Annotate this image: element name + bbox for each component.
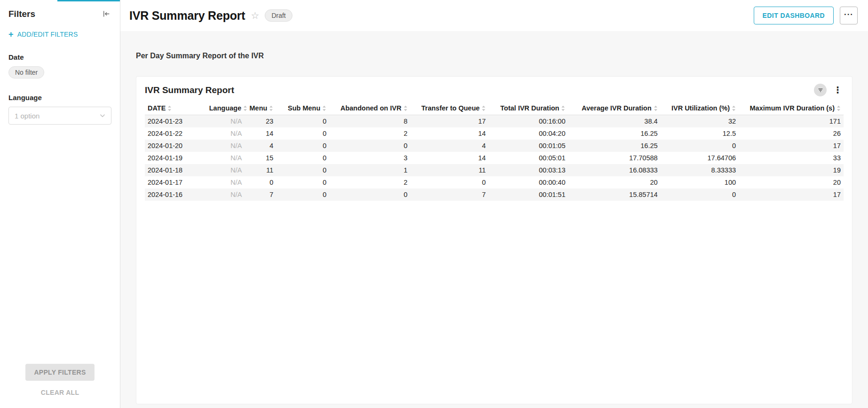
- table-cell: 4: [245, 140, 276, 152]
- table-cell: 26: [739, 127, 844, 140]
- table-cell: 0: [661, 188, 739, 201]
- sort-icon: [561, 105, 565, 111]
- column-header-abandoned-on-ivr[interactable]: Abandoned on IVR: [329, 102, 410, 115]
- sort-icon: [403, 105, 408, 111]
- table-cell: 00:01:51: [489, 188, 568, 201]
- column-header-transfer-to-queue[interactable]: Transfer to Queue: [410, 102, 489, 115]
- date-filter-section: Date No filter: [0, 53, 120, 78]
- page-title: IVR Summary Report: [129, 9, 245, 23]
- table-row: 2024-01-18N/A11011100:03:1316.083338.333…: [145, 164, 844, 176]
- table-head: DATELanguageMenuSub MenuAbandoned on IVR…: [145, 102, 844, 115]
- table-cell: 0: [276, 127, 329, 140]
- table-cell: 1: [329, 164, 410, 176]
- table-cell: 2024-01-20: [145, 140, 206, 152]
- column-label: Average IVR Duration: [582, 104, 652, 112]
- dashboard-header: IVR Summary Report ☆ Draft EDIT DASHBOAR…: [120, 0, 868, 31]
- plus-icon: +: [8, 31, 14, 38]
- clear-all-button[interactable]: CLEAR ALL: [38, 388, 82, 397]
- filters-header: Filters: [0, 0, 120, 19]
- column-label: Total IVR Duration: [500, 104, 559, 112]
- table-cell: 0: [245, 176, 276, 188]
- more-options-button[interactable]: ···: [840, 7, 858, 24]
- table-cell: 00:00:40: [489, 176, 568, 188]
- table-cell: 33: [739, 152, 844, 164]
- column-header-average-ivr-duration[interactable]: Average IVR Duration: [568, 102, 660, 115]
- table-cell: 00:03:13: [489, 164, 568, 176]
- table-cell: 2: [329, 176, 410, 188]
- language-select-value: 1 option: [15, 112, 39, 120]
- dashboard-content: Per Day Summary Report of the IVR IVR Su…: [120, 31, 868, 408]
- table-cell: 00:05:01: [489, 152, 568, 164]
- markdown-text: Per Day Summary Report of the IVR: [136, 52, 852, 60]
- table-cell: 12.5: [661, 127, 739, 140]
- date-filter-label: Date: [8, 53, 111, 61]
- table-cell: N/A: [206, 115, 245, 128]
- filters-footer: APPLY FILTERS CLEAR ALL: [0, 364, 120, 408]
- title-group: IVR Summary Report ☆ Draft: [129, 9, 292, 23]
- date-filter-chip[interactable]: No filter: [8, 66, 44, 78]
- favorite-star-icon[interactable]: ☆: [251, 11, 259, 20]
- sort-icon: [654, 105, 658, 111]
- language-filter-select[interactable]: 1 option: [8, 107, 111, 125]
- table-cell: 17.64706: [661, 152, 739, 164]
- language-filter-label: Language: [8, 94, 111, 102]
- table-cell: 00:16:00: [489, 115, 568, 128]
- table-cell: 23: [245, 115, 276, 128]
- status-badge: Draft: [265, 9, 292, 22]
- table-cell: 0: [276, 164, 329, 176]
- table-cell: 17.70588: [568, 152, 660, 164]
- table-cell: 7: [245, 188, 276, 201]
- ivr-table: DATELanguageMenuSub MenuAbandoned on IVR…: [145, 102, 844, 201]
- table-cell: 0: [276, 115, 329, 128]
- collapse-filters-button[interactable]: [101, 8, 111, 19]
- column-header-ivr-utilization[interactable]: IVR Utilization (%): [661, 102, 739, 115]
- column-label: Language: [209, 104, 241, 112]
- kebab-menu-icon[interactable]: ⋮: [832, 86, 844, 94]
- table-cell: 0: [329, 140, 410, 152]
- language-filter-section: Language 1 option: [0, 94, 120, 125]
- table-row: 2024-01-17N/A002000:00:402010020: [145, 176, 844, 188]
- sort-icon: [481, 105, 486, 111]
- table-cell: 17: [739, 188, 844, 201]
- apply-filters-button[interactable]: APPLY FILTERS: [25, 364, 94, 381]
- column-label: IVR Utilization (%): [671, 104, 730, 112]
- table-cell: 0: [276, 140, 329, 152]
- table-cell: 11: [245, 164, 276, 176]
- app-root: Filters + ADD/EDIT FILTERS Date No filte…: [0, 0, 868, 408]
- table-cell: 16.25: [568, 140, 660, 152]
- column-header-sub-menu[interactable]: Sub Menu: [276, 102, 329, 115]
- column-label: Sub Menu: [288, 104, 320, 112]
- column-header-maximum-ivr-duration-s[interactable]: Maximum IVR Duration (s): [739, 102, 844, 115]
- column-label: Menu: [249, 104, 267, 112]
- column-label: Transfer to Queue: [421, 104, 480, 112]
- column-label: Maximum IVR Duration (s): [750, 104, 835, 112]
- table-body: 2024-01-23N/A23081700:16:0038.4321712024…: [145, 115, 844, 201]
- table-row: 2024-01-19N/A15031400:05:0117.7058817.64…: [145, 152, 844, 164]
- table-cell: 17: [739, 140, 844, 152]
- table-cell: 11: [410, 164, 489, 176]
- table-cell: 38.4: [568, 115, 660, 128]
- table-cell: 7: [410, 188, 489, 201]
- edit-dashboard-button[interactable]: EDIT DASHBOARD: [754, 7, 834, 24]
- column-header-menu[interactable]: Menu: [245, 102, 276, 115]
- table-row: 2024-01-20N/A400400:01:0516.25017: [145, 140, 844, 152]
- table-cell: N/A: [206, 140, 245, 152]
- add-edit-filters-button[interactable]: + ADD/EDIT FILTERS: [0, 19, 120, 38]
- table-cell: 00:01:05: [489, 140, 568, 152]
- table-cell: 14: [245, 127, 276, 140]
- table-cell: 0: [661, 140, 739, 152]
- table-cell: 0: [410, 176, 489, 188]
- column-header-language[interactable]: Language: [206, 102, 245, 115]
- column-header-date[interactable]: DATE: [145, 102, 206, 115]
- table-cell: 20: [568, 176, 660, 188]
- table-cell: 15.85714: [568, 188, 660, 201]
- column-header-total-ivr-duration[interactable]: Total IVR Duration: [489, 102, 568, 115]
- filter-indicator-button[interactable]: [814, 84, 827, 96]
- sort-icon: [243, 105, 247, 111]
- sidebar-accent-bar: [57, 0, 120, 1]
- table-cell: 2024-01-16: [145, 188, 206, 201]
- table-cell: 2024-01-22: [145, 127, 206, 140]
- add-edit-filters-label: ADD/EDIT FILTERS: [17, 31, 78, 38]
- table-cell: N/A: [206, 152, 245, 164]
- filters-sidebar: Filters + ADD/EDIT FILTERS Date No filte…: [0, 0, 120, 408]
